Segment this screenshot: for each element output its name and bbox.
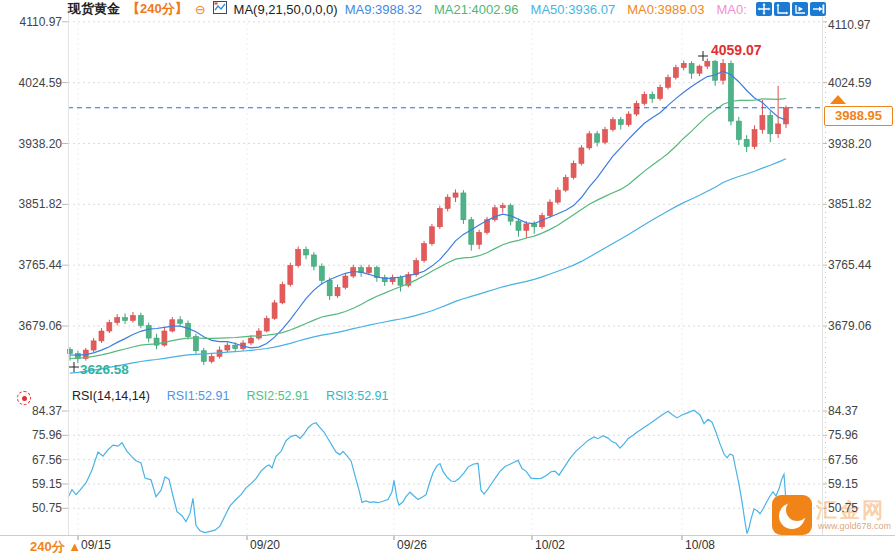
extreme-markers <box>69 51 708 372</box>
price-tick-right: 4024.59 <box>828 76 871 90</box>
ma-legend-value: MA50:3936.07 <box>531 2 616 17</box>
chart-header: 现货黄金 【240分】 ⊖ MA(9,21,50,0,0,0) MA9:3988… <box>68 1 747 17</box>
candles-layer <box>68 58 789 364</box>
rsi-indicator-sun-icon[interactable] <box>17 391 31 405</box>
rsi-tick-left: 84.37 <box>0 404 62 418</box>
watermark-url: www.gold678.com <box>818 521 891 531</box>
bottom-separator <box>0 535 895 536</box>
ma-indicator-icon[interactable] <box>213 1 227 17</box>
up-triangle-icon: ▲ <box>68 539 81 553</box>
rsi-tick-right: 67.56 <box>828 453 858 467</box>
rsi-tick-right: 59.15 <box>828 477 858 491</box>
price-tick-left: 4024.59 <box>0 76 62 90</box>
date-tick-label: 10/02 <box>535 538 565 552</box>
price-tick-left: 3851.82 <box>0 197 62 211</box>
axis-left-border <box>68 8 69 535</box>
price-tick-right: 3851.82 <box>828 197 871 211</box>
rsi-legend-value: RSI1:52.91 <box>167 389 230 403</box>
ma-legend: MA9:3988.32MA21:4002.96MA50:3936.07MA0:3… <box>345 2 747 17</box>
date-tick-label: 10/08 <box>685 538 715 552</box>
ma-lines-layer <box>70 71 786 373</box>
rsi-legend-value: RSI2:52.91 <box>246 389 309 403</box>
price-tick-right: 3938.20 <box>828 137 871 151</box>
gridlines <box>62 8 827 540</box>
rsi-legend: RSI(14,14,14) RSI1:52.91RSI2:52.91RSI3:5… <box>72 389 388 403</box>
date-tick-label: 09/15 <box>81 538 111 552</box>
rsi-legend-value: RSI3:52.91 <box>326 389 389 403</box>
period-high-label: 4059.07 <box>711 42 762 58</box>
price-tick-right: 3679.06 <box>828 319 871 333</box>
bottom-timeframe-label[interactable]: 240分 ▲ <box>30 538 81 553</box>
rsi-tick-right: 75.96 <box>828 428 858 442</box>
ma-legend-value: MA9:3988.32 <box>345 2 422 17</box>
date-tick-label: 09/26 <box>397 538 427 552</box>
price-tick-left: 4110.97 <box>0 15 62 29</box>
symbol-name[interactable]: 现货黄金 <box>68 0 120 18</box>
axis-right-border <box>822 8 823 535</box>
period-low-label: 3626.58 <box>80 362 129 377</box>
gold678-logo <box>772 495 812 535</box>
date-tick-label: 09/20 <box>250 538 280 552</box>
rsi-tick-right: 84.37 <box>828 404 858 418</box>
ma-legend-value: MA0: <box>717 2 747 17</box>
ma-legend-value: MA21:4002.96 <box>434 2 519 17</box>
fit-axes-icon[interactable] <box>774 2 790 16</box>
timeframe-label[interactable]: 【240分】 <box>127 0 188 18</box>
ma-settings-label[interactable]: MA(9,21,50,0,0,0) <box>234 2 338 17</box>
rsi-tick-left: 67.56 <box>0 453 62 467</box>
collapse-indicator-icon[interactable]: ⊖ <box>195 3 206 16</box>
price-tick-right: 4110.97 <box>828 18 871 32</box>
trading-chart-app: 现货黄金 【240分】 ⊖ MA(9,21,50,0,0,0) MA9:3988… <box>0 0 895 553</box>
price-tick-right: 3765.44 <box>828 258 871 272</box>
price-tick-left: 3679.06 <box>0 319 62 333</box>
price-tick-left: 3938.20 <box>0 137 62 151</box>
rsi-tick-left: 59.15 <box>0 477 62 491</box>
rsi-title[interactable]: RSI(14,14,14) <box>72 389 150 403</box>
ma-legend-value: MA0:3989.03 <box>627 2 704 17</box>
rsi-line <box>68 410 786 533</box>
main-chart-canvas[interactable] <box>0 0 895 553</box>
auto-scroll-icon[interactable] <box>792 2 808 16</box>
detach-window-icon[interactable] <box>810 2 826 16</box>
rsi-tick-left: 50.75 <box>0 501 62 515</box>
pan-crosshair-icon[interactable] <box>756 2 772 16</box>
price-tick-left: 3765.44 <box>0 258 62 272</box>
rsi-tick-right: 50.75 <box>828 501 858 515</box>
chart-toolbar <box>756 2 826 16</box>
current-price-badge: 3988.95 <box>824 106 893 126</box>
rsi-tick-left: 75.96 <box>0 428 62 442</box>
